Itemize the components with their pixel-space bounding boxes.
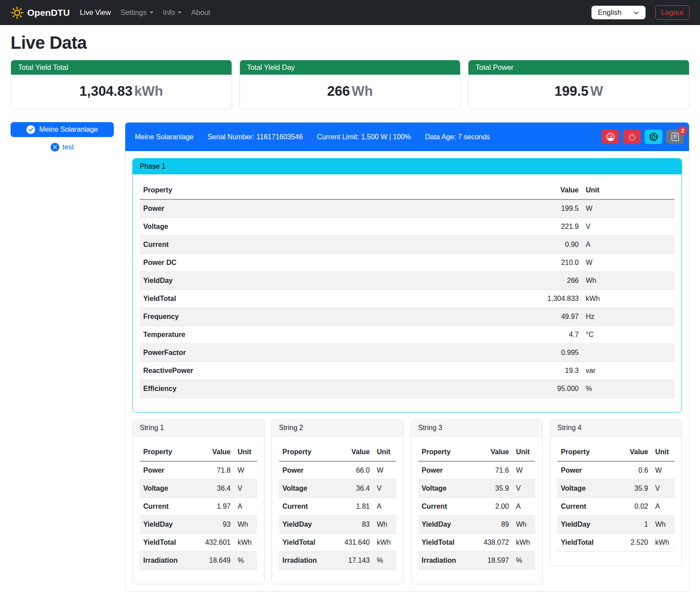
property-cell: ReactivePower xyxy=(140,362,534,380)
table-row: YieldTotal1,304.833kWh xyxy=(140,290,675,308)
limit-settings-button[interactable] xyxy=(602,130,619,144)
inverter-data-age: Data Age: 7 seconds xyxy=(425,133,490,141)
property-cell: Current xyxy=(140,236,534,254)
unit-cell: V xyxy=(652,480,675,498)
unit-cell: W xyxy=(512,461,535,480)
value-cell: 35.9 xyxy=(474,480,512,498)
inverter-select-button[interactable]: Meine Solaranlage xyxy=(11,122,114,137)
property-cell: YieldTotal xyxy=(140,290,534,308)
property-cell: Current xyxy=(140,498,196,516)
nav-right: English Logout xyxy=(591,5,689,20)
value-cell: 71.8 xyxy=(196,461,234,480)
unit-cell: kWh xyxy=(582,290,675,308)
table-row: Power71.8W xyxy=(140,461,257,480)
table-row: Power0.6W xyxy=(557,461,675,480)
column-header-property: Property xyxy=(140,181,534,199)
value-cell: 95.000 xyxy=(534,380,582,398)
value-cell: 438.072 xyxy=(474,534,512,552)
unit-cell: A xyxy=(374,498,396,516)
summary-card-total-power: Total Power 199.5W xyxy=(468,60,689,109)
logout-button[interactable]: Logout xyxy=(655,5,689,20)
cpu-icon xyxy=(649,133,658,141)
table-row: YieldTotal432.601kWh xyxy=(140,534,257,552)
strings-row: String 1 PropertyValueUnitPower71.8WVolt… xyxy=(132,420,682,584)
string-card-title: String 4 xyxy=(550,420,682,436)
property-cell: YieldTotal xyxy=(418,534,474,552)
table-row: Voltage35.9V xyxy=(418,480,536,498)
table-row: Current1.81A xyxy=(279,498,396,516)
column-header-property: Property xyxy=(279,443,335,461)
table-header-row: PropertyValueUnit xyxy=(418,443,536,461)
sun-icon xyxy=(11,6,24,19)
property-cell: Voltage xyxy=(418,480,474,498)
event-log-button[interactable]: 2 xyxy=(666,130,684,144)
nav-info[interactable]: Info xyxy=(158,5,187,20)
language-select[interactable]: English xyxy=(591,6,645,19)
table-row: PowerFactor0.995 xyxy=(140,344,675,362)
summary-unit: W xyxy=(590,83,603,99)
value-cell: 0.995 xyxy=(534,344,582,362)
table-row: Current2.00A xyxy=(418,498,536,516)
language-selected-value: English xyxy=(598,8,621,17)
unit-cell: var xyxy=(582,362,675,380)
string-card-1: String 1 PropertyValueUnitPower71.8WVolt… xyxy=(132,420,265,584)
string-1-table: PropertyValueUnitPower71.8WVoltage36.4VC… xyxy=(140,443,257,570)
nav-settings[interactable]: Settings xyxy=(116,5,158,20)
nav-live-view[interactable]: Live View xyxy=(75,5,116,20)
event-count-badge: 2 xyxy=(678,126,687,135)
unit-cell: kWh xyxy=(652,534,675,552)
string-card-title: String 2 xyxy=(272,420,403,436)
unit-cell: V xyxy=(234,480,257,498)
property-cell: YieldDay xyxy=(140,516,196,534)
value-cell: 49.97 xyxy=(534,308,582,326)
inverter-body: Phase 1 PropertyValueUnitPower199.5WVolt… xyxy=(125,151,689,591)
unit-cell: W xyxy=(582,199,675,218)
property-cell: YieldTotal xyxy=(279,534,335,552)
summary-card-total-yield-total: Total Yield Total 1,304.83kWh xyxy=(11,60,232,109)
unit-cell: Hz xyxy=(582,308,675,326)
inverter-test-link[interactable]: test xyxy=(11,143,114,152)
value-cell: 0.02 xyxy=(613,498,652,516)
value-cell: 35.9 xyxy=(613,480,652,498)
property-cell: Current xyxy=(418,498,474,516)
value-cell: 89 xyxy=(474,516,512,534)
value-cell: 1,304.833 xyxy=(534,290,582,308)
table-header-row: PropertyValueUnit xyxy=(140,181,675,199)
chevron-down-icon xyxy=(633,10,639,16)
inverter-name: Meine Solaranlage xyxy=(135,133,193,141)
inverter-serial: Serial Number: 116171603546 xyxy=(207,133,303,141)
unit-cell: W xyxy=(374,461,396,480)
nav-info-label: Info xyxy=(163,8,175,17)
inverter-action-buttons: 2 xyxy=(602,130,684,144)
property-cell: Power xyxy=(140,199,534,218)
column-header-property: Property xyxy=(140,443,196,461)
summary-unit: Wh xyxy=(352,83,373,99)
unit-cell: Wh xyxy=(582,272,675,290)
value-cell: 93 xyxy=(196,516,234,534)
unit-cell: % xyxy=(374,552,396,570)
value-cell: 18.649 xyxy=(196,552,234,570)
value-cell: 71.6 xyxy=(474,461,512,480)
brand-link[interactable]: OpenDTU xyxy=(11,6,70,19)
string-card-title: String 1 xyxy=(133,420,264,436)
table-row: YieldTotal431.640kWh xyxy=(279,534,396,552)
value-cell: 0.6 xyxy=(613,461,652,480)
property-cell: Current xyxy=(279,498,335,516)
nav-settings-label: Settings xyxy=(120,8,147,17)
value-cell: 19.3 xyxy=(534,362,582,380)
summary-value: 1,304.83 xyxy=(80,83,133,99)
string-card-4: String 4 PropertyValueUnitPower0.6WVolta… xyxy=(550,420,682,566)
nav-about[interactable]: About xyxy=(186,5,215,20)
column-header-unit: Unit xyxy=(582,181,675,199)
property-cell: PowerFactor xyxy=(140,344,534,362)
summary-card-value-row: 199.5W xyxy=(468,75,689,109)
power-toggle-button[interactable] xyxy=(623,130,641,144)
device-info-button[interactable] xyxy=(645,130,662,144)
property-cell: Efficiency xyxy=(140,380,534,398)
value-cell: 2.520 xyxy=(613,534,652,552)
unit-cell: A xyxy=(582,236,675,254)
table-row: Current0.02A xyxy=(557,498,675,516)
property-cell: Irradiation xyxy=(418,552,474,570)
table-row: Irradiation17.143% xyxy=(279,552,396,570)
unit-cell: % xyxy=(512,552,535,570)
